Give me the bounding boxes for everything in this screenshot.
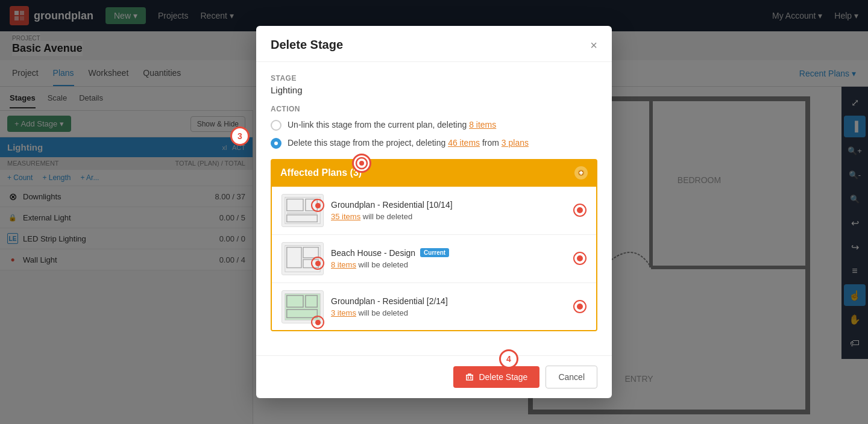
- modal-body: Stage Lighting Action Un-link this stage…: [256, 62, 612, 355]
- radio-option-1[interactable]: Un-link this stage from the current plan…: [271, 119, 597, 131]
- step-3-indicator: 3: [230, 126, 250, 146]
- items-link[interactable]: 8 items: [469, 120, 496, 129]
- collapse-icon: [574, 166, 588, 179]
- affected-plans-circle: [352, 154, 371, 173]
- plan-2-indicator: [311, 257, 324, 270]
- svg-rect-28: [467, 375, 473, 380]
- delete-stage-button[interactable]: Delete Stage: [453, 366, 539, 388]
- radio-2-circle: [271, 138, 281, 149]
- plan-1-indicator: [311, 199, 324, 212]
- radio-1-text: Un-link this stage from the current plan…: [288, 119, 496, 131]
- affected-plans-title: Affected Plans (3): [280, 167, 362, 178]
- plan-3-delete-text: 3 items will be deleted: [331, 308, 566, 317]
- svg-point-34: [359, 161, 364, 166]
- svg-rect-30: [468, 374, 471, 375]
- plan-1-items-link[interactable]: 35 items: [331, 212, 360, 221]
- modal-close-button[interactable]: ×: [590, 39, 597, 51]
- plan-3-info: Groundplan - Residential [2/14] 3 items …: [331, 296, 566, 317]
- stage-field-label: Stage: [271, 74, 597, 83]
- current-badge: Current: [420, 248, 449, 257]
- modal-footer: Delete Stage Cancel: [256, 355, 612, 398]
- 46-items-link[interactable]: 46 items: [448, 138, 480, 148]
- 3-plans-link[interactable]: 3 plans: [502, 138, 529, 148]
- modal-title: Delete Stage: [271, 38, 343, 52]
- radio-1-circle: [271, 120, 281, 131]
- plan-1-radio: [573, 204, 587, 217]
- plan-2-delete-text: 8 items will be deleted: [331, 260, 566, 269]
- affected-plans-header[interactable]: Affected Plans (3): [271, 159, 597, 187]
- radio-option-2[interactable]: Delete this stage from the project, dele…: [271, 137, 597, 149]
- plan-1-radio-inner: [577, 207, 583, 213]
- plan-2-info: Beach House - Design Current 8 items wil…: [331, 248, 566, 269]
- plan-2-radio-inner: [577, 255, 583, 261]
- plan-3-radio-inner: [577, 304, 583, 310]
- plan-2-radio: [573, 252, 587, 265]
- plan-3-items-link[interactable]: 3 items: [331, 308, 356, 317]
- step-4-indicator: 4: [499, 349, 518, 369]
- modal-header: Delete Stage ×: [256, 26, 612, 62]
- plan-2-name: Beach House - Design Current: [331, 248, 566, 258]
- plan-2-items-link[interactable]: 8 items: [331, 260, 356, 269]
- affected-plans-section: Affected Plans (3) Groundplan - Resident…: [271, 159, 597, 331]
- trash-icon: [465, 373, 474, 381]
- svg-rect-14: [579, 172, 583, 173]
- plan-3-radio: [573, 300, 587, 313]
- delete-stage-btn-label: Delete Stage: [479, 372, 527, 382]
- modal-overlay: Delete Stage × Stage Lighting Action Un-…: [0, 0, 868, 424]
- stage-field-value: Lighting: [271, 85, 597, 95]
- action-field-label: Action: [271, 105, 597, 113]
- radio-2-text: Delete this stage from the project, dele…: [288, 137, 529, 149]
- cancel-button[interactable]: Cancel: [546, 366, 597, 388]
- plan-1-delete-text: 35 items will be deleted: [331, 212, 566, 221]
- plan-1-name: Groundplan - Residential [10/14]: [331, 200, 566, 210]
- plan-3-indicator: [311, 316, 324, 329]
- plan-1-info: Groundplan - Residential [10/14] 35 item…: [331, 200, 566, 221]
- delete-stage-modal: Delete Stage × Stage Lighting Action Un-…: [256, 26, 612, 398]
- plan-3-name: Groundplan - Residential [2/14]: [331, 296, 566, 306]
